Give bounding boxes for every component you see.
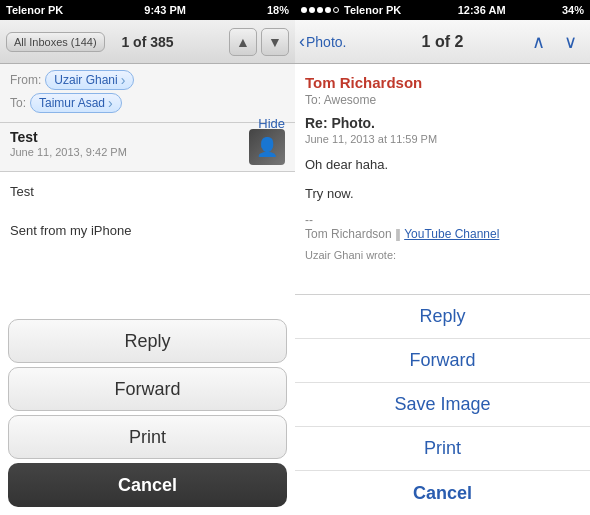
- action-sheet-right: Reply Forward Save Image Print Cancel: [295, 294, 590, 515]
- email-meta: Test June 11, 2013, 9:42 PM 👤: [0, 123, 295, 172]
- body-line3: Sent from my iPhone: [10, 221, 285, 241]
- right-down-arrow[interactable]: ∨: [556, 28, 584, 56]
- right-battery: 34%: [562, 4, 584, 16]
- dot5: [333, 7, 339, 13]
- body-line1: Test: [10, 182, 285, 202]
- email-subject: Test: [10, 129, 127, 145]
- left-status-bar: Telenor PK 9:43 PM 18%: [0, 0, 295, 20]
- print-button-right[interactable]: Print: [295, 427, 590, 471]
- left-battery: 18%: [267, 4, 289, 16]
- right-carrier: Telenor PK: [344, 4, 401, 16]
- print-button-left[interactable]: Print: [8, 415, 287, 459]
- right-panel: Telenor PK 12:36 AM 34% ‹ Photo. 1 of 2 …: [295, 0, 590, 515]
- to-line: To: Awesome: [305, 93, 580, 107]
- left-nav-bar: All Inboxes (144) 1 of 385 ▲ ▼: [0, 20, 295, 64]
- cancel-button-left[interactable]: Cancel: [8, 463, 287, 507]
- sig-line: -- Tom Richardson ‖ YouTube Channel: [305, 213, 580, 241]
- sig-dashes: --: [305, 213, 313, 227]
- to-field: To: Taimur Asad: [10, 93, 285, 113]
- right-time: 12:36 AM: [458, 4, 506, 16]
- back-button[interactable]: ‹ Photo.: [299, 31, 346, 52]
- sender-name: Tom Richardson: [305, 74, 580, 91]
- nav-arrows: ▲ ▼: [229, 28, 289, 56]
- nav-position: 1 of 385: [121, 34, 173, 50]
- email-header: From: Uzair Ghani To: Taimur Asad Hide: [0, 64, 295, 123]
- reply-button-left[interactable]: Reply: [8, 319, 287, 363]
- dot2: [309, 7, 315, 13]
- action-sheet-left: Reply Forward Print Cancel: [0, 315, 295, 515]
- email-date: June 11, 2013, 9:42 PM: [10, 146, 127, 158]
- forward-button-right[interactable]: Forward: [295, 339, 590, 383]
- dot4: [325, 7, 331, 13]
- dot3: [317, 7, 323, 13]
- right-nav-position: 1 of 2: [422, 33, 464, 51]
- right-body1: Oh dear haha.: [305, 155, 580, 176]
- quoted-text: Uzair Ghani wrote:: [305, 249, 580, 261]
- right-up-arrow[interactable]: ∧: [524, 28, 552, 56]
- right-body3: Try now.: [305, 184, 580, 205]
- save-image-button[interactable]: Save Image: [295, 383, 590, 427]
- up-arrow-btn[interactable]: ▲: [229, 28, 257, 56]
- from-pill[interactable]: Uzair Ghani: [45, 70, 134, 90]
- dot1: [301, 7, 307, 13]
- left-time: 9:43 PM: [144, 4, 186, 16]
- back-label: Photo.: [306, 34, 346, 50]
- left-panel: Telenor PK 9:43 PM 18% All Inboxes (144)…: [0, 0, 295, 515]
- inbox-badge[interactable]: All Inboxes (144): [6, 32, 105, 52]
- hide-button[interactable]: Hide: [258, 116, 285, 131]
- left-carrier: Telenor PK: [6, 4, 63, 16]
- re-subject: Re: Photo.: [305, 115, 580, 131]
- right-nav-bar: ‹ Photo. 1 of 2 ∧ ∨: [295, 20, 590, 64]
- email-avatar: 👤: [249, 129, 285, 165]
- to-pill[interactable]: Taimur Asad: [30, 93, 122, 113]
- reply-button-right[interactable]: Reply: [295, 295, 590, 339]
- back-chevron-icon: ‹: [299, 31, 305, 52]
- forward-button-left[interactable]: Forward: [8, 367, 287, 411]
- right-nav-arrows: ∧ ∨: [524, 28, 584, 56]
- signal-dots: Telenor PK: [301, 4, 401, 16]
- sig-link[interactable]: YouTube Channel: [404, 227, 499, 241]
- sig-name: Tom Richardson: [305, 227, 392, 241]
- sig-separator: ‖: [395, 227, 404, 241]
- email-datetime: June 11, 2013 at 11:59 PM: [305, 133, 580, 145]
- right-status-bar: Telenor PK 12:36 AM 34%: [295, 0, 590, 20]
- from-label: From:: [10, 73, 41, 87]
- down-arrow-btn[interactable]: ▼: [261, 28, 289, 56]
- from-field: From: Uzair Ghani: [10, 70, 285, 90]
- to-label: To:: [10, 96, 26, 110]
- avatar-image: 👤: [249, 129, 285, 165]
- cancel-button-right[interactable]: Cancel: [295, 471, 590, 515]
